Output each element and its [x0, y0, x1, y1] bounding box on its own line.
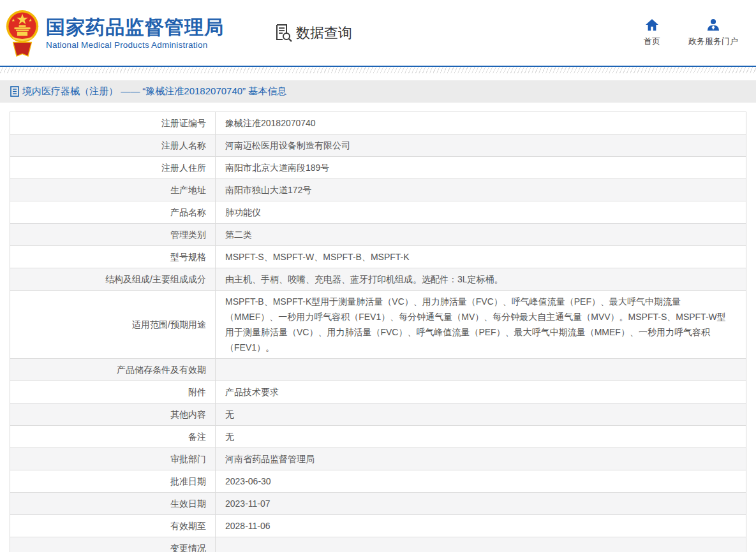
data-query-label: 数据查询	[296, 24, 352, 43]
row-value: 2028-11-06	[216, 515, 746, 537]
row-label: 生效日期	[10, 493, 216, 514]
table-row: 附件 产品技术要求	[10, 381, 746, 403]
table-row: 注册证编号 豫械注准20182070740	[10, 112, 746, 134]
row-label: 其他内容	[10, 403, 216, 425]
nav-item-service-portal[interactable]: 政务服务门户	[688, 18, 738, 47]
table-row: 管理类别 第二类	[10, 224, 746, 246]
user-icon	[706, 18, 720, 31]
row-value: 第二类	[216, 224, 746, 245]
table-row: 变更情况	[10, 537, 746, 552]
table-row: 结构及组成/主要组成成分 由主机、手柄、咬嘴、充电器、蓝牙打印机组成。选配件：3…	[10, 268, 746, 291]
row-label: 审批部门	[10, 448, 216, 470]
table-row: 批准日期 2023-06-30	[10, 470, 746, 493]
row-value: 肺功能仪	[216, 201, 746, 223]
org-name-en: National Medical Products Administration	[46, 40, 224, 50]
national-emblem-logo	[5, 8, 40, 59]
row-label: 产品名称	[10, 201, 216, 223]
row-value: MSPFT-S、MSPFT-W、MSPFT-B、MSPFT-K	[216, 246, 746, 268]
nav-home-label: 首页	[644, 36, 660, 47]
info-table: 注册证编号 豫械注准20182070740 注册人名称 河南迈松医用设备制造有限…	[10, 112, 746, 552]
row-value: 河南迈松医用设备制造有限公司	[216, 134, 746, 156]
home-icon	[645, 18, 659, 31]
org-name-zh: 国家药品监督管理局	[46, 17, 224, 38]
row-value: 南阳市北京大道南段189号	[216, 157, 746, 178]
row-value: 南阳市独山大道172号	[216, 179, 746, 201]
row-value	[216, 359, 746, 381]
row-label: 备注	[10, 426, 216, 447]
site-header: 国家药品监督管理局 National Medical Products Admi…	[0, 0, 756, 66]
table-row: 审批部门 河南省药品监督管理局	[10, 448, 746, 470]
row-label: 生产地址	[10, 179, 216, 201]
row-value	[216, 537, 746, 552]
breadcrumb-text: 境内医疗器械（注册） —— “豫械注准20182070740” 基本信息	[22, 85, 286, 98]
breadcrumb: 境内医疗器械（注册） —— “豫械注准20182070740” 基本信息	[0, 80, 756, 103]
row-value: MSPFT-B、MSPFT-K型用于测量肺活量（VC）、用力肺活量（FVC）、呼…	[216, 291, 746, 358]
row-label: 适用范围/预期用途	[10, 291, 216, 358]
row-value: 河南省药品监督管理局	[216, 448, 746, 470]
table-row: 产品储存条件及有效期	[10, 359, 746, 381]
row-label: 变更情况	[10, 537, 216, 552]
table-row: 产品名称 肺功能仪	[10, 201, 746, 224]
data-query-section[interactable]: 数据查询	[275, 24, 352, 43]
row-label: 注册人名称	[10, 134, 216, 156]
nav-portal-label: 政务服务门户	[688, 36, 738, 47]
row-label: 批准日期	[10, 470, 216, 492]
table-row: 生产地址 南阳市独山大道172号	[10, 179, 746, 201]
table-row: 生效日期 2023-11-07	[10, 493, 746, 515]
table-row: 有效期至 2028-11-06	[10, 515, 746, 537]
org-title-block: 国家药品监督管理局 National Medical Products Admi…	[46, 17, 224, 50]
row-value: 豫械注准20182070740	[216, 112, 746, 134]
row-value: 产品技术要求	[216, 381, 746, 403]
table-row: 型号规格 MSPFT-S、MSPFT-W、MSPFT-B、MSPFT-K	[10, 246, 746, 268]
table-row: 注册人名称 河南迈松医用设备制造有限公司	[10, 134, 746, 157]
row-label: 产品储存条件及有效期	[10, 359, 216, 381]
table-row: 备注 无	[10, 426, 746, 448]
table-row: 注册人住所 南阳市北京大道南段189号	[10, 157, 746, 179]
row-label: 管理类别	[10, 224, 216, 245]
row-value: 无	[216, 403, 746, 425]
row-label: 有效期至	[10, 515, 216, 537]
document-search-icon	[275, 24, 292, 42]
row-value: 2023-06-30	[216, 470, 746, 492]
row-value: 无	[216, 426, 746, 447]
row-label: 结构及组成/主要组成成分	[10, 268, 216, 290]
row-value: 由主机、手柄、咬嘴、充电器、蓝牙打印机组成。选配件：3L定标桶。	[216, 268, 746, 290]
nav-item-home[interactable]: 首页	[644, 18, 660, 47]
row-label: 附件	[10, 381, 216, 403]
row-label: 注册人住所	[10, 157, 216, 178]
row-label: 型号规格	[10, 246, 216, 268]
row-value: 2023-11-07	[216, 493, 746, 514]
hatch-texture-band	[0, 67, 756, 73]
top-nav: 首页 政务服务门户	[644, 18, 738, 47]
document-icon	[10, 86, 19, 97]
row-label: 注册证编号	[10, 112, 216, 134]
table-row: 其他内容 无	[10, 403, 746, 426]
table-row: 适用范围/预期用途 MSPFT-B、MSPFT-K型用于测量肺活量（VC）、用力…	[10, 291, 746, 359]
